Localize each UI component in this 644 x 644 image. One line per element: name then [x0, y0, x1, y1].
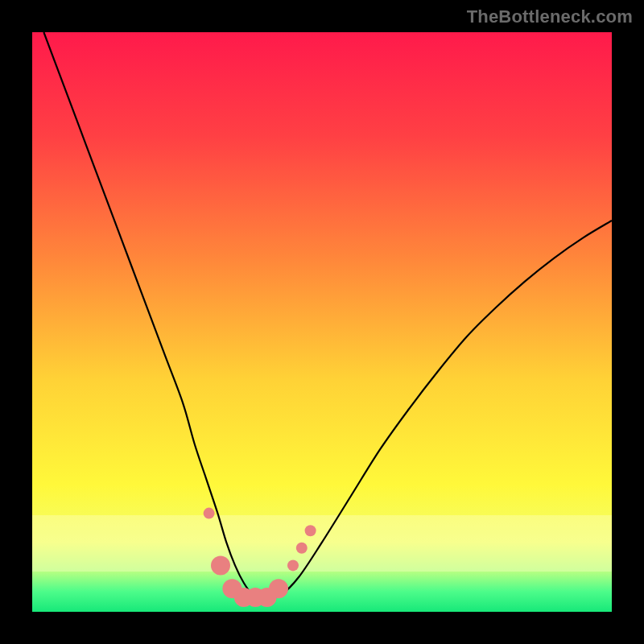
chart-canvas: [32, 32, 612, 612]
curve-marker: [296, 543, 308, 554]
curve-marker: [305, 525, 316, 536]
curve-marker: [287, 559, 299, 571]
chart-frame: TheBottleneck.com: [0, 0, 644, 644]
curve-marker: [211, 555, 230, 575]
curve-marker: [204, 508, 215, 519]
curve-marker: [269, 579, 288, 598]
watermark-text: TheBottleneck.com: [467, 6, 633, 27]
plot-area: [32, 32, 612, 612]
